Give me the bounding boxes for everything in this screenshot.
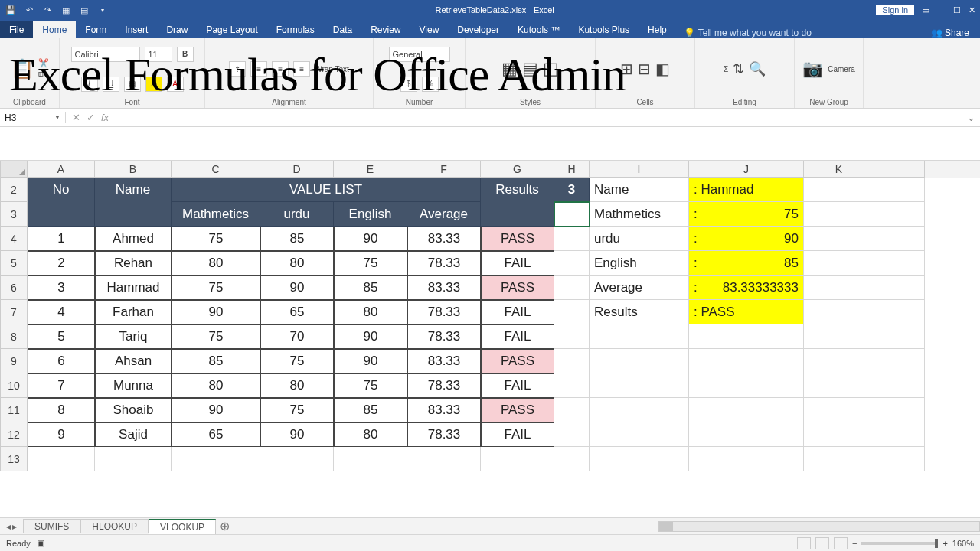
- row-header[interactable]: 5: [0, 251, 28, 276]
- cell[interactable]: 3: [28, 276, 95, 300]
- row-header[interactable]: 6: [0, 276, 28, 300]
- lookup-value[interactable]: : Hammad: [689, 178, 804, 202]
- align-mid-button[interactable]: ≡: [250, 61, 267, 77]
- cell[interactable]: [804, 447, 874, 471]
- paste-icon[interactable]: 📋: [11, 58, 34, 80]
- cell[interactable]: [172, 447, 260, 471]
- tab-kutools[interactable]: Kutools ™: [508, 21, 569, 38]
- cell[interactable]: 90: [334, 227, 407, 251]
- expand-formula-icon[interactable]: ⌄: [962, 112, 980, 123]
- lookup-label[interactable]: Results: [590, 300, 689, 324]
- sheet-nav-first-icon[interactable]: ◂: [6, 521, 11, 532]
- table-head-no[interactable]: [28, 202, 95, 227]
- table-head-english[interactable]: English: [334, 202, 407, 227]
- conditional-format-icon[interactable]: ▦: [501, 59, 518, 79]
- lookup-value[interactable]: :90: [689, 227, 804, 251]
- qat-icon[interactable]: ▦: [60, 4, 72, 16]
- row-header[interactable]: 11: [0, 398, 28, 422]
- cell[interactable]: 9: [28, 422, 95, 447]
- cell[interactable]: 5: [28, 324, 95, 349]
- cancel-formula-icon[interactable]: ✕: [72, 112, 80, 123]
- tab-file[interactable]: File: [0, 21, 33, 38]
- cell[interactable]: 90: [172, 398, 260, 422]
- cell[interactable]: 8: [28, 398, 95, 422]
- cell[interactable]: [554, 349, 590, 373]
- cell[interactable]: 78.33: [407, 324, 481, 349]
- cell[interactable]: [804, 373, 874, 398]
- sort-filter-icon[interactable]: ⇅: [733, 60, 744, 77]
- cell[interactable]: 80: [334, 300, 407, 324]
- cell[interactable]: [804, 178, 874, 202]
- select-all-button[interactable]: [0, 161, 28, 178]
- cell[interactable]: [95, 447, 172, 471]
- border-button[interactable]: ▦: [124, 77, 141, 92]
- cell[interactable]: 80: [172, 251, 260, 276]
- cell[interactable]: Farhan: [95, 300, 172, 324]
- cell[interactable]: 80: [172, 373, 260, 398]
- italic-button[interactable]: I: [81, 77, 98, 92]
- name-box[interactable]: H3▼: [0, 112, 66, 123]
- table-head-results[interactable]: [481, 202, 554, 227]
- cell[interactable]: [804, 324, 874, 349]
- cell[interactable]: [689, 398, 804, 422]
- lookup-value[interactable]: :85: [689, 251, 804, 276]
- table-head-results[interactable]: Results: [481, 178, 554, 202]
- cell[interactable]: 85: [334, 398, 407, 422]
- cell[interactable]: 78.33: [407, 300, 481, 324]
- cell[interactable]: 78.33: [407, 373, 481, 398]
- row-header[interactable]: 2: [0, 178, 28, 202]
- zoom-in-button[interactable]: +: [942, 539, 947, 548]
- cell[interactable]: [874, 373, 925, 398]
- align-left-button[interactable]: ≡: [272, 61, 289, 77]
- cell[interactable]: [874, 251, 925, 276]
- cell[interactable]: [874, 202, 925, 227]
- cell[interactable]: [554, 324, 590, 349]
- align-center-button[interactable]: ≡: [293, 61, 310, 77]
- row-header[interactable]: 9: [0, 349, 28, 373]
- cell[interactable]: [554, 251, 590, 276]
- cell[interactable]: [689, 422, 804, 447]
- col-header[interactable]: I: [590, 161, 689, 178]
- cell[interactable]: 90: [334, 349, 407, 373]
- tab-developer[interactable]: Developer: [448, 21, 508, 38]
- sheet-tab[interactable]: SUMIFS: [23, 519, 80, 533]
- cell[interactable]: 80: [260, 251, 334, 276]
- cell[interactable]: [874, 398, 925, 422]
- cell[interactable]: [554, 447, 590, 471]
- cell[interactable]: 75: [172, 324, 260, 349]
- cell-result[interactable]: FAIL: [481, 251, 554, 276]
- qat-dropdown-icon[interactable]: ▾: [96, 4, 109, 16]
- delete-cells-icon[interactable]: ⊟: [638, 60, 651, 78]
- cell[interactable]: [804, 227, 874, 251]
- cell[interactable]: 83.33: [407, 398, 481, 422]
- tab-draw[interactable]: Draw: [157, 21, 197, 38]
- cell[interactable]: [874, 324, 925, 349]
- col-header[interactable]: [874, 161, 925, 178]
- cell[interactable]: [804, 349, 874, 373]
- zoom-out-button[interactable]: −: [852, 539, 857, 548]
- lookup-value[interactable]: :83.33333333: [689, 276, 804, 300]
- cell[interactable]: [554, 422, 590, 447]
- cell-result[interactable]: PASS: [481, 276, 554, 300]
- row-header[interactable]: 10: [0, 373, 28, 398]
- cell[interactable]: 83.33: [407, 349, 481, 373]
- percent-button[interactable]: %: [422, 77, 439, 92]
- cell[interactable]: 75: [172, 276, 260, 300]
- autosum-icon[interactable]: Σ: [724, 64, 729, 73]
- col-header[interactable]: D: [260, 161, 334, 178]
- cell[interactable]: [590, 422, 689, 447]
- cell[interactable]: 83.33: [407, 276, 481, 300]
- format-cells-icon[interactable]: ◧: [655, 60, 670, 78]
- ribbon-options-icon[interactable]: ▭: [922, 5, 929, 15]
- lookup-key[interactable]: 3: [554, 178, 590, 202]
- cell[interactable]: [874, 178, 925, 202]
- lookup-value[interactable]: :75: [689, 202, 804, 227]
- tab-view[interactable]: View: [410, 21, 449, 38]
- cell[interactable]: 80: [260, 373, 334, 398]
- close-icon[interactable]: ✕: [969, 5, 975, 15]
- cell[interactable]: [874, 349, 925, 373]
- tab-review[interactable]: Review: [361, 21, 410, 38]
- cell[interactable]: [407, 447, 481, 471]
- redo-icon[interactable]: ↷: [41, 4, 54, 16]
- cut-icon[interactable]: ✂️: [38, 58, 49, 68]
